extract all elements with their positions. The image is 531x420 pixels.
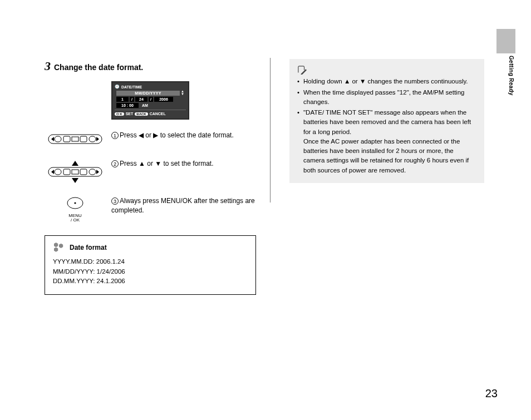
triangle-up-icon: ▲ bbox=[344, 77, 350, 86]
svg-rect-11 bbox=[72, 170, 78, 174]
step-title: Change the date format. bbox=[54, 63, 143, 72]
svg-rect-13 bbox=[89, 169, 96, 175]
lcd-ampm: AM bbox=[142, 103, 148, 107]
triangle-right-icon: ▶ bbox=[153, 131, 158, 140]
lcd-header: DATE/TIME bbox=[121, 85, 142, 89]
svg-rect-3 bbox=[72, 137, 78, 141]
circled-2-icon: 2 bbox=[111, 160, 119, 167]
lcd-sep2: / bbox=[149, 97, 153, 102]
svg-point-19 bbox=[74, 202, 76, 204]
svg-rect-10 bbox=[63, 169, 70, 175]
lcd-day: 24 bbox=[135, 97, 148, 102]
dpad-left-right-icon bbox=[45, 131, 106, 149]
triangle-down-icon: ▼ bbox=[155, 159, 161, 169]
date-format-line-1: YYYY.MM.DD: 2006.1.24 bbox=[53, 257, 248, 267]
note-item-3: "DATE/ TIME NOT SET" message also appear… bbox=[297, 108, 476, 175]
svg-rect-4 bbox=[80, 136, 87, 142]
svg-rect-2 bbox=[63, 136, 70, 142]
lcd-time: 10 : 00 bbox=[116, 103, 139, 108]
instruction-3-text: 3Always press MENU/OK after the settings… bbox=[111, 196, 256, 216]
menuok-label-line2: / OK bbox=[45, 218, 106, 223]
lcd-ok-badge: O K bbox=[115, 112, 124, 116]
note-item-1: Holding down ▲ or ▼ changes the numbers … bbox=[297, 77, 476, 87]
dpad-up-down-icon bbox=[45, 159, 106, 186]
date-format-box: Date format YYYY.MM.DD: 2006.1.24 MM/DD/… bbox=[45, 235, 256, 295]
svg-rect-1 bbox=[55, 136, 61, 142]
lcd-set-label: SET bbox=[126, 112, 134, 116]
svg-marker-17 bbox=[72, 178, 78, 183]
step-number: 3 bbox=[45, 59, 51, 73]
menu-ok-button-icon: MENU / OK bbox=[45, 196, 106, 223]
svg-marker-22 bbox=[54, 247, 58, 251]
lcd-year: 2006 bbox=[154, 97, 173, 102]
svg-rect-5 bbox=[89, 136, 96, 142]
svg-marker-21 bbox=[59, 244, 63, 248]
note-item-2: When the time displayed passes "12", the… bbox=[297, 88, 476, 107]
note-pencil-icon bbox=[297, 66, 307, 75]
svg-rect-9 bbox=[55, 169, 61, 175]
triangle-up-icon: ▲ bbox=[139, 159, 145, 169]
lcd-month: 1 bbox=[116, 97, 129, 102]
column-divider bbox=[270, 58, 271, 202]
triangle-down-icon: ▼ bbox=[360, 77, 366, 86]
circled-1-icon: 1 bbox=[111, 132, 119, 139]
date-format-line-2: MM/DD/YYYY: 1/24/2006 bbox=[53, 267, 248, 277]
triangle-left-icon: ◀ bbox=[139, 131, 144, 140]
svg-marker-20 bbox=[54, 243, 58, 247]
instruction-2-text: 2Press ▲ or ▼ to set the format. bbox=[111, 159, 256, 169]
circled-3-icon: 3 bbox=[111, 197, 119, 205]
svg-rect-12 bbox=[80, 169, 87, 175]
sidebar-section-label: Getting Ready bbox=[508, 56, 514, 96]
svg-marker-16 bbox=[72, 161, 78, 166]
page-number: 23 bbox=[485, 387, 498, 400]
notes-box: Holding down ▲ or ▼ changes the numbers … bbox=[289, 59, 484, 183]
lcd-cancel-label: CANCEL bbox=[150, 112, 166, 116]
instruction-1-text: 1Press ◀ or ▶ to select the date format. bbox=[111, 131, 256, 141]
lcd-sep1: / bbox=[130, 97, 134, 102]
lcd-format-field: MM/DD/YYYY bbox=[116, 91, 180, 96]
date-format-line-3: DD.MM.YYYY: 24.1.2006 bbox=[53, 276, 248, 286]
honeycomb-icon bbox=[53, 243, 65, 253]
lcd-updown-icon: ▲▼ bbox=[181, 90, 184, 96]
date-format-heading: Date format bbox=[70, 244, 107, 251]
clock-icon: 🕘 bbox=[115, 85, 120, 89]
sidebar-gray-tab bbox=[496, 29, 515, 53]
lcd-screenshot: 🕘 DATE/TIME MM/DD/YYYY ▲▼ 1 / 24 / 2006 … bbox=[111, 81, 189, 120]
lcd-back-badge: BACK bbox=[135, 112, 148, 116]
